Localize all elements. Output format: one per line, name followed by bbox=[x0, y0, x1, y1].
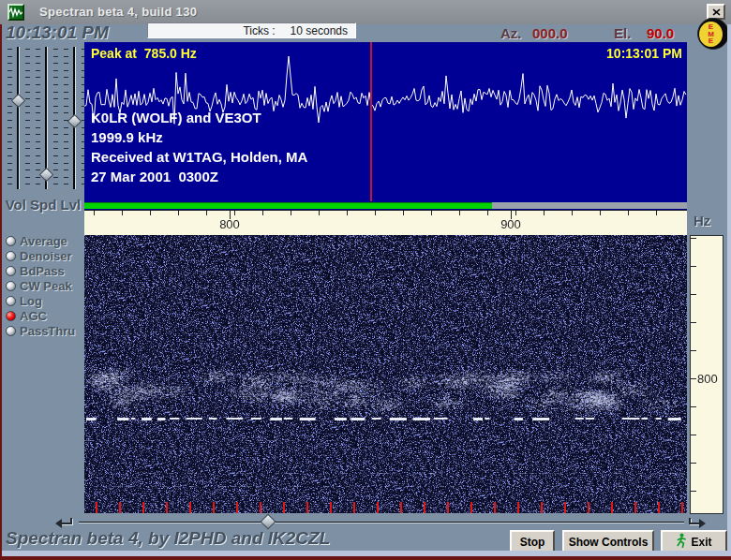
filter-label: BdPass bbox=[20, 264, 65, 278]
running-man-icon bbox=[676, 533, 687, 551]
led-icon bbox=[6, 326, 16, 336]
speed-slider-thumb[interactable] bbox=[39, 168, 54, 183]
tick-marks bbox=[53, 49, 58, 187]
main-clock: 10:13:01 PM bbox=[6, 22, 109, 43]
stop-label: Stop bbox=[520, 536, 545, 549]
filter-label: AGC bbox=[20, 309, 47, 323]
exit-label: Exit bbox=[691, 536, 711, 549]
window-edge bbox=[0, 556, 731, 560]
progress-bar bbox=[84, 202, 687, 209]
led-icon bbox=[6, 296, 16, 306]
filter-log[interactable]: Log bbox=[6, 293, 75, 308]
slider-track[interactable] bbox=[17, 47, 20, 189]
info-line: K0LR (WOLF) and VE3OT bbox=[91, 108, 307, 127]
waterfall-scale-label: 800 bbox=[697, 372, 718, 386]
waterfall-canvas bbox=[84, 235, 687, 513]
ticks-label: Ticks : bbox=[243, 24, 275, 37]
waterfall-display[interactable] bbox=[84, 235, 687, 513]
elevation-label: El. bbox=[614, 25, 631, 41]
waterfall-frequency-scale: 800 bbox=[690, 235, 724, 514]
frequency-scale: 800 900 bbox=[84, 210, 687, 235]
elevation-value: 90.0 bbox=[647, 25, 674, 41]
window-title: Spectran beta 4, build 130 bbox=[39, 5, 197, 19]
filter-label: Denoiser bbox=[20, 249, 72, 263]
moon-icon: EME bbox=[699, 22, 723, 47]
led-icon bbox=[6, 236, 16, 246]
tick-marks bbox=[64, 49, 68, 187]
volume-slider[interactable] bbox=[7, 47, 30, 189]
window-edge bbox=[0, 24, 2, 560]
tick-marks bbox=[7, 49, 12, 187]
station-info: K0LR (WOLF) and VE3OT 1999.9 kHz Receive… bbox=[91, 108, 307, 186]
filter-label: Average bbox=[20, 234, 67, 248]
filter-agc[interactable]: AGC bbox=[6, 308, 75, 323]
filter-cw-peak[interactable]: CW Peak bbox=[6, 278, 75, 293]
filter-passthru[interactable]: PassThru bbox=[6, 323, 75, 338]
title-bar[interactable]: Spectran beta 4, build 130 bbox=[0, 0, 731, 24]
volume-slider-thumb[interactable] bbox=[11, 94, 26, 109]
sliders-caption: Vol Spd Lvl bbox=[2, 197, 84, 213]
filter-label: CW Peak bbox=[20, 279, 72, 293]
filter-bdpass[interactable]: BdPass bbox=[6, 263, 75, 278]
ticks-setting-field[interactable]: Ticks : 10 seconds bbox=[147, 22, 356, 38]
spectrum-display[interactable]: Peak at 785.0 Hz 10:13:01 PM K0LR (WOLF)… bbox=[84, 42, 687, 210]
scale-ticks bbox=[94, 211, 680, 215]
filter-denoiser[interactable]: Denoiser bbox=[6, 248, 75, 263]
scale-label-900: 900 bbox=[492, 217, 530, 231]
filter-list: Average Denoiser BdPass CW Peak Log AGC … bbox=[6, 233, 75, 338]
ticks-value: 10 seconds bbox=[291, 24, 348, 37]
progress-fill bbox=[84, 202, 492, 209]
tick-marks bbox=[36, 49, 40, 187]
azimuth-label: Az. bbox=[500, 25, 522, 41]
info-line: Received at W1TAG, Holden, MA bbox=[91, 147, 307, 167]
scrollbar-thumb[interactable] bbox=[261, 514, 276, 530]
frequency-cursor[interactable] bbox=[370, 42, 372, 201]
filter-label: Log bbox=[20, 294, 42, 308]
hz-unit-label: Hz bbox=[694, 213, 710, 228]
scrollbar-track[interactable] bbox=[79, 522, 684, 523]
app-icon bbox=[7, 4, 24, 21]
peak-readout: Peak at 785.0 Hz bbox=[91, 46, 197, 61]
led-icon bbox=[6, 281, 16, 291]
eme-moon-button[interactable]: EME bbox=[697, 18, 729, 50]
info-line: 1999.9 kHz bbox=[91, 127, 307, 147]
scroll-right-icon[interactable] bbox=[686, 514, 707, 531]
azimuth-value: 000.0 bbox=[532, 25, 568, 41]
led-icon bbox=[6, 266, 16, 276]
window-bevel bbox=[727, 24, 731, 556]
level-slider[interactable] bbox=[64, 47, 86, 189]
level-slider-thumb[interactable] bbox=[67, 114, 82, 129]
spectran-window: Spectran beta 4, build 130 10:13:01 PM T… bbox=[0, 0, 731, 560]
led-icon bbox=[6, 311, 16, 321]
spectrum-clock: 10:13:01 PM bbox=[606, 46, 682, 61]
show-controls-label: Show Controls bbox=[569, 536, 649, 549]
tick-marks bbox=[25, 49, 30, 187]
scale-label-800: 800 bbox=[211, 217, 248, 231]
filter-average[interactable]: Average bbox=[6, 233, 75, 248]
info-line: 27 Mar 2001 0300Z bbox=[91, 167, 307, 186]
filter-label: PassThru bbox=[20, 324, 75, 338]
led-icon bbox=[6, 251, 16, 261]
credit-text: Spectran beta 4, by I2PHD and IK2CZL bbox=[6, 528, 330, 549]
scale-ticks bbox=[691, 238, 696, 511]
speed-slider[interactable] bbox=[36, 47, 58, 189]
